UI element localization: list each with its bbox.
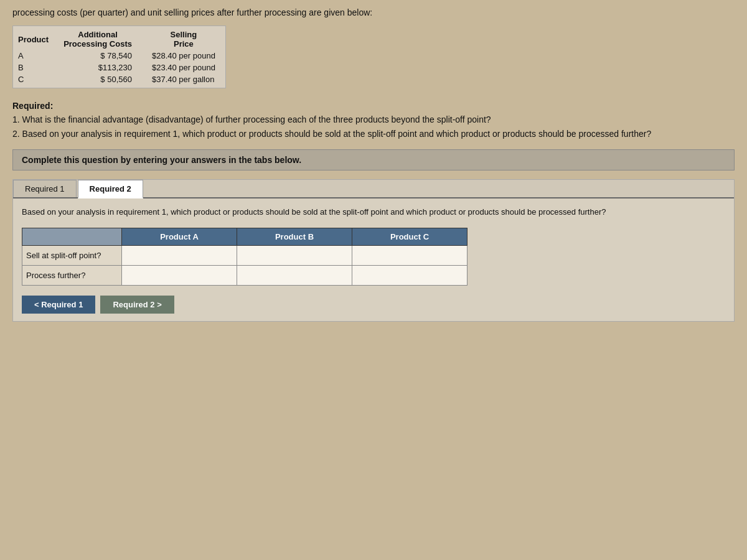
answer-table-wrapper: Product A Product B Product C Sell at sp… <box>22 228 725 286</box>
product-b-price: $23.40 per pound <box>139 62 223 73</box>
product-c-price: $37.40 per gallon <box>139 73 223 85</box>
sell-b-field[interactable] <box>242 251 347 260</box>
tabs-container: Required 1 Required 2 Based on your anal… <box>12 179 735 322</box>
product-b-cost: $113,230 <box>61 62 139 73</box>
tab-required-1-label: Required 1 <box>25 184 65 194</box>
process-product-a-input[interactable] <box>122 265 237 285</box>
tab-required-2-label: Required 2 <box>90 184 131 194</box>
product-a-cost: $ 78,540 <box>61 50 139 62</box>
col-price-header: SellingPrice <box>139 29 223 50</box>
sell-a-field[interactable] <box>127 251 232 260</box>
row-label-process: Process further? <box>22 265 122 285</box>
product-a-label: A <box>16 50 61 62</box>
table-row-sell: Sell at split-off point? <box>22 245 467 265</box>
sell-c-field[interactable] <box>357 251 462 260</box>
product-c-cost: $ 50,560 <box>61 73 139 85</box>
prev-button[interactable]: < Required 1 <box>22 296 95 314</box>
next-button-label: Required 2 > <box>113 300 161 309</box>
sell-product-a-input[interactable] <box>122 245 237 265</box>
answer-table: Product A Product B Product C Sell at sp… <box>22 228 467 286</box>
tab-bar: Required 1 Required 2 <box>13 180 734 198</box>
tab-content-required2: Based on your analysis in requirement 1,… <box>13 198 734 321</box>
process-a-field[interactable] <box>127 271 232 280</box>
product-c-label: C <box>16 73 61 85</box>
data-table-wrapper: Product AdditionalProcessing Costs Selli… <box>12 26 226 88</box>
product-data-table: Product AdditionalProcessing Costs Selli… <box>16 29 223 85</box>
process-c-field[interactable] <box>357 271 462 280</box>
intro-text: processing costs (per quarter) and unit … <box>12 6 735 19</box>
required-line1: 1. What is the financial advantage (disa… <box>12 113 735 126</box>
process-product-b-input[interactable] <box>237 265 352 285</box>
complete-box: Complete this question by entering your … <box>12 149 735 170</box>
product-b-label: B <box>16 62 61 73</box>
process-product-c-input[interactable] <box>352 265 467 285</box>
tab-required-1[interactable]: Required 1 <box>13 180 77 197</box>
prev-button-label: < Required 1 <box>34 300 83 309</box>
page-container: processing costs (per quarter) and unit … <box>0 0 747 560</box>
col-product-a-header: Product A <box>122 228 237 245</box>
nav-buttons: < Required 1 Required 2 > <box>22 296 725 314</box>
col-product-header: Product <box>16 29 61 50</box>
process-b-field[interactable] <box>242 271 347 280</box>
sell-product-b-input[interactable] <box>237 245 352 265</box>
required-title: Required: <box>12 99 735 113</box>
tab-description: Based on your analysis in requirement 1,… <box>22 206 725 219</box>
col-product-c-header: Product C <box>352 228 467 245</box>
col-product-b-header: Product B <box>237 228 352 245</box>
empty-header <box>22 228 122 245</box>
complete-box-text: Complete this question by entering your … <box>22 155 301 165</box>
col-cost-header: AdditionalProcessing Costs <box>61 29 139 50</box>
next-button[interactable]: Required 2 > <box>100 296 174 314</box>
product-a-price: $28.40 per pound <box>139 50 223 62</box>
sell-product-c-input[interactable] <box>352 245 467 265</box>
required-line2: 2. Based on your analysis in requirement… <box>12 127 735 141</box>
tab-required-2[interactable]: Required 2 <box>78 180 143 198</box>
row-label-sell: Sell at split-off point? <box>22 245 122 265</box>
required-section: Required: 1. What is the financial advan… <box>12 99 735 141</box>
table-row-process: Process further? <box>22 265 467 285</box>
